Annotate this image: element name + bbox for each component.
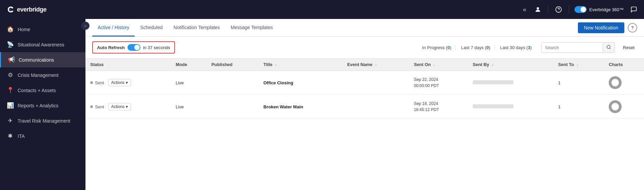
message-button[interactable] bbox=[629, 5, 639, 14]
sidebar-collapse-button[interactable]: « bbox=[81, 22, 90, 30]
actions-button-1[interactable]: Actions ▾ bbox=[108, 103, 131, 110]
donut-chart-1[interactable] bbox=[609, 100, 622, 113]
status-dot-1 bbox=[90, 105, 93, 108]
message-icon bbox=[630, 6, 637, 13]
sidebar-item-travel-risk[interactable]: ✈ Travel Risk Management bbox=[0, 113, 85, 128]
search-button[interactable] bbox=[603, 43, 614, 52]
sidebar-item-contacts-assets[interactable]: 📍 Contacts + Assets bbox=[0, 83, 85, 98]
tabs-left: Active / History Scheduled Notification … bbox=[92, 19, 278, 36]
last-30-days-count: 3 bbox=[528, 45, 530, 50]
notifications-table: Status Mode Published Title ↕ Event Name… bbox=[85, 59, 644, 119]
col-header-sent-to: Sent To ↕ bbox=[553, 59, 604, 71]
help-button[interactable] bbox=[554, 5, 563, 14]
communications-icon: 📢 bbox=[8, 56, 15, 63]
toggle-360-switch[interactable] bbox=[574, 6, 587, 13]
logo-icon bbox=[5, 5, 15, 14]
filter-section: In Progress (0) Last 7 days (0) Last 30 … bbox=[418, 45, 536, 50]
filter-in-progress[interactable]: In Progress (0) bbox=[418, 45, 456, 50]
new-notification-button[interactable]: New Notification bbox=[578, 22, 624, 33]
col-header-published: Published bbox=[207, 59, 258, 71]
sidebar-label-ita: ITA bbox=[18, 133, 25, 139]
main-content: Active / History Scheduled Notification … bbox=[85, 19, 644, 190]
auto-refresh-toggle[interactable] bbox=[128, 44, 140, 51]
table-row: Sent Actions ▾ Live Broken Water Main Se… bbox=[85, 95, 644, 119]
sent-to-sort-icon: ↕ bbox=[577, 63, 579, 67]
cell-published-0 bbox=[207, 71, 258, 95]
contacts-assets-icon: 📍 bbox=[7, 87, 14, 94]
actions-button-0[interactable]: Actions ▾ bbox=[108, 79, 131, 86]
crisis-management-icon: ⚙ bbox=[7, 71, 14, 79]
toggle-360-container: Everbridge 360™ bbox=[574, 6, 624, 13]
filter-last-7-days[interactable]: Last 7 days (0) bbox=[457, 45, 495, 50]
tab-scheduled[interactable]: Scheduled bbox=[135, 19, 168, 37]
user-icon bbox=[534, 6, 541, 13]
cell-sent-to-0: 1 bbox=[553, 71, 604, 95]
main-layout: « 🏠 Home 📡 Situational Awareness 📢 Commu… bbox=[0, 19, 644, 190]
cell-mode-1: Live bbox=[171, 95, 207, 119]
table-header-row: Status Mode Published Title ↕ Event Name… bbox=[85, 59, 644, 71]
sidebar-nav: 🏠 Home 📡 Situational Awareness 📢 Communi… bbox=[0, 19, 85, 146]
tab-notification-templates[interactable]: Notification Templates bbox=[168, 19, 226, 37]
logo[interactable]: everbridge bbox=[5, 5, 46, 14]
sidebar-label-communications: Communications bbox=[19, 57, 54, 63]
top-nav-right: « Everbridge 360™ bbox=[522, 5, 639, 15]
sidebar-item-ita[interactable]: ✱ ITA bbox=[0, 128, 85, 144]
cell-sent-to-1: 1 bbox=[553, 95, 604, 119]
status-text-0: Sent bbox=[95, 80, 104, 85]
cell-status-0: Sent Actions ▾ bbox=[85, 71, 171, 95]
col-header-event-name: Event Name ↕ bbox=[343, 59, 409, 71]
reports-analytics-icon: 📊 bbox=[7, 102, 14, 109]
user-button[interactable] bbox=[533, 5, 543, 14]
tab-active-history[interactable]: Active / History bbox=[92, 19, 135, 37]
reset-button[interactable]: Reset bbox=[620, 43, 637, 52]
cell-title-0: Office Closing bbox=[259, 71, 343, 95]
cell-charts-1 bbox=[604, 95, 644, 119]
sidebar-item-communications[interactable]: 📢 Communications bbox=[0, 52, 85, 67]
col-header-sent-by: Sent By ↕ bbox=[468, 59, 553, 71]
sidebar-label-travel-risk: Travel Risk Management bbox=[18, 118, 70, 124]
nav-divider-2 bbox=[569, 5, 569, 14]
cell-status-1: Sent Actions ▾ bbox=[85, 95, 171, 119]
sidebar-item-crisis-management[interactable]: ⚙ Crisis Management bbox=[0, 67, 85, 83]
sidebar-item-home[interactable]: 🏠 Home bbox=[0, 22, 85, 37]
search-input[interactable] bbox=[542, 43, 603, 52]
svg-point-0 bbox=[536, 7, 539, 9]
in-progress-count: 0 bbox=[447, 45, 450, 50]
travel-risk-icon: ✈ bbox=[7, 117, 14, 124]
sidebar-item-reports-analytics[interactable]: 📊 Reports + Analytics bbox=[0, 98, 85, 113]
sent-on-sort-icon: ↓ bbox=[433, 63, 435, 67]
table-head: Status Mode Published Title ↕ Event Name… bbox=[85, 59, 644, 71]
col-header-sent-on: Sent On ↓ bbox=[409, 59, 468, 71]
home-icon: 🏠 bbox=[7, 26, 14, 33]
cell-sent-on-0: Sep 22, 202400:00:00 PDT bbox=[409, 71, 468, 95]
tabs-right: New Notification ? bbox=[578, 22, 637, 33]
event-sort-icon: ↕ bbox=[375, 63, 377, 67]
tab-help-button[interactable]: ? bbox=[628, 23, 637, 33]
cell-event-name-1 bbox=[343, 95, 409, 119]
filter-last-30-days[interactable]: Last 30 days (3) bbox=[496, 45, 536, 50]
status-dot-0 bbox=[90, 81, 93, 84]
col-header-mode: Mode bbox=[171, 59, 207, 71]
auto-refresh-box: Auto Refresh in 37 seconds bbox=[92, 41, 175, 54]
cell-sent-on-1: Sep 18, 202416:45:12 PDT bbox=[409, 95, 468, 119]
svg-point-3 bbox=[607, 45, 610, 48]
table-container: Status Mode Published Title ↕ Event Name… bbox=[85, 59, 644, 190]
sidebar-label-situational-awareness: Situational Awareness bbox=[18, 42, 64, 47]
tab-message-templates[interactable]: Message Templates bbox=[225, 19, 278, 37]
sidebar-item-situational-awareness[interactable]: 📡 Situational Awareness bbox=[0, 37, 85, 52]
help-icon bbox=[555, 6, 562, 13]
cell-published-1 bbox=[207, 95, 258, 119]
search-box bbox=[541, 42, 615, 53]
auto-refresh-label: Auto Refresh bbox=[97, 45, 125, 50]
toolbar: Auto Refresh in 37 seconds In Progress (… bbox=[85, 37, 644, 59]
top-navigation: everbridge « Everbridge 360™ bbox=[0, 0, 644, 19]
sidebar-label-reports-analytics: Reports + Analytics bbox=[18, 103, 58, 108]
sidebar-label-crisis-management: Crisis Management bbox=[18, 72, 59, 78]
donut-chart-0[interactable] bbox=[609, 76, 622, 89]
cell-event-name-0 bbox=[343, 71, 409, 95]
search-icon bbox=[606, 45, 611, 49]
cell-charts-0 bbox=[604, 71, 644, 95]
table-row: Sent Actions ▾ Live Office Closing Sep 2… bbox=[85, 71, 644, 95]
sent-by-sort-icon: ↕ bbox=[492, 63, 494, 67]
collapse-nav-button[interactable]: « bbox=[522, 5, 528, 15]
